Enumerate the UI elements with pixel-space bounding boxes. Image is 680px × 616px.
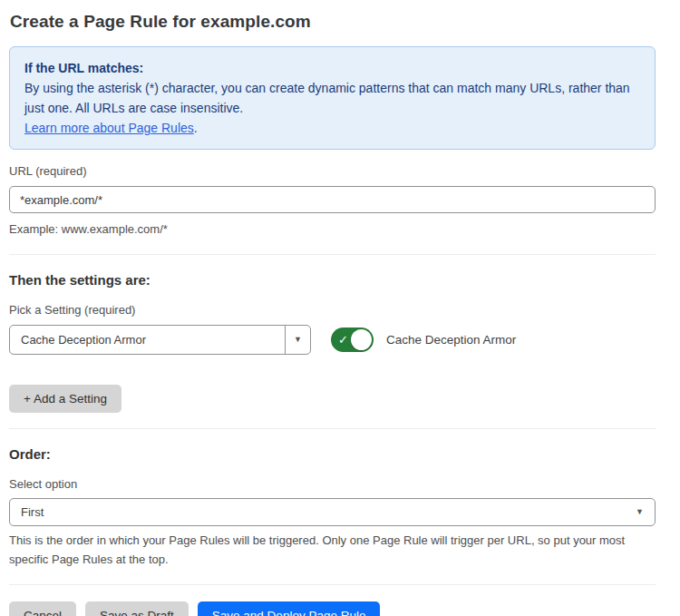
check-icon: ✓	[338, 333, 348, 347]
url-match-info-box: If the URL matches: By using the asteris…	[9, 46, 656, 150]
order-helper-text: This is the order in which your Page Rul…	[9, 531, 656, 569]
create-page-rule-form: Create a Page Rule for example.com If th…	[0, 0, 680, 616]
order-section-heading: Order:	[9, 446, 656, 463]
save-deploy-button[interactable]: Save and Deploy Page Rule	[198, 601, 381, 616]
footer-actions: Cancel Save as Draft Save and Deploy Pag…	[9, 601, 656, 616]
cancel-button[interactable]: Cancel	[9, 601, 76, 616]
learn-more-link[interactable]: Learn more about Page Rules	[24, 121, 194, 135]
info-box-heading: If the URL matches:	[24, 58, 640, 78]
divider	[9, 428, 656, 429]
learn-more-period: .	[194, 121, 198, 135]
setting-dropdown[interactable]: Cache Deception Armor ▼	[9, 325, 311, 355]
setting-toggle[interactable]: ✓	[331, 328, 374, 352]
setting-toggle-label: Cache Deception Armor	[386, 333, 516, 347]
url-field-label: URL (required)	[9, 164, 656, 179]
divider	[9, 254, 656, 255]
toggle-knob	[351, 329, 372, 350]
setting-dropdown-arrow-button[interactable]: ▼	[285, 326, 310, 354]
url-input[interactable]	[9, 186, 656, 213]
setting-row: Cache Deception Armor ▼ ✓ Cache Deceptio…	[9, 325, 656, 355]
page-title: Create a Page Rule for example.com	[9, 11, 656, 32]
info-box-body: By using the asterisk (*) character, you…	[24, 78, 640, 118]
divider	[9, 584, 656, 585]
order-dropdown[interactable]: First ▼	[9, 498, 656, 526]
setting-dropdown-value: Cache Deception Armor	[10, 333, 285, 347]
chevron-down-icon: ▼	[625, 508, 655, 516]
order-dropdown-value: First	[10, 505, 625, 519]
url-example-helper: Example: www.example.com/*	[9, 220, 656, 239]
chevron-down-icon: ▼	[294, 336, 302, 344]
add-setting-button[interactable]: + Add a Setting	[9, 385, 121, 413]
info-box-link-line: Learn more about Page Rules.	[24, 118, 640, 138]
settings-section-heading: Then the settings are:	[9, 272, 656, 288]
save-draft-button[interactable]: Save as Draft	[85, 601, 189, 616]
order-select-label: Select option	[9, 477, 656, 492]
pick-setting-label: Pick a Setting (required)	[9, 303, 656, 318]
